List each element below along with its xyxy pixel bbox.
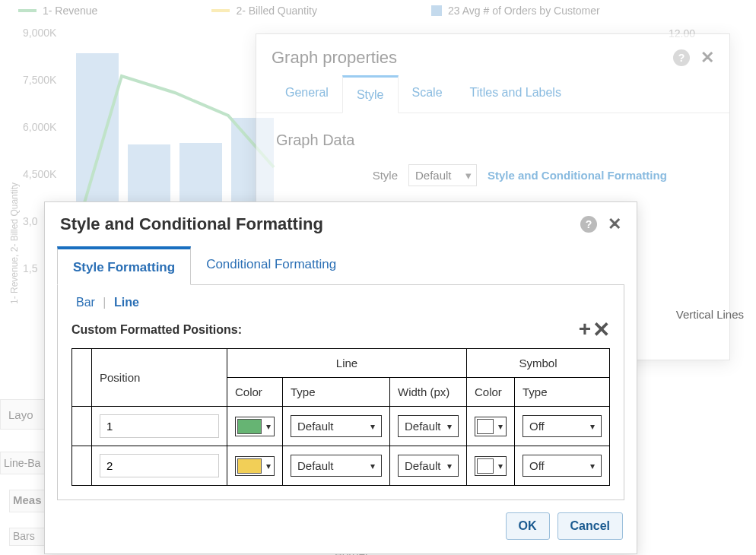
symbol-type-value: Off [529, 459, 545, 472]
line-type-value: Default [297, 420, 334, 433]
help-icon[interactable]: ? [580, 216, 597, 233]
line-width-value: Default [405, 459, 441, 472]
style-select-value: Default [415, 169, 452, 182]
col-symbol-color: Color [467, 378, 515, 407]
line-color-picker[interactable]: ▾ [235, 456, 275, 476]
legend-orders: 23 Avg # of Orders by Customer [448, 5, 600, 17]
y-tick: 7,500K [23, 74, 56, 86]
y-tick: 9,000K [23, 27, 56, 39]
y-axis-label: 1- Revenue, 2- Billed Quantity [9, 182, 20, 304]
col-line: Line [227, 349, 467, 378]
col-line-color: Color [227, 378, 283, 407]
legend-billed: 2- Billed Quantity [236, 5, 317, 17]
graph-data-heading: Graph Data [276, 132, 710, 149]
add-position-icon[interactable]: + [579, 317, 591, 342]
col-symbol: Symbol [467, 349, 610, 378]
col-symbol-type: Type [515, 378, 610, 407]
y-tick: 4,500K [23, 168, 56, 180]
line-width-select[interactable]: Default▾ [398, 455, 459, 477]
layout-tab-fragment: Layo [0, 399, 49, 430]
style-select[interactable]: Default [408, 164, 477, 186]
ok-button[interactable]: OK [506, 512, 550, 540]
position-input[interactable] [100, 454, 219, 477]
tab-conditional-formatting[interactable]: Conditional Formatting [191, 246, 351, 284]
table-row: ▾ Default▾ Default▾ ▾ Off▾ [72, 407, 610, 446]
vertical-lines-label: Vertical Lines [676, 308, 744, 321]
line-color-picker[interactable]: ▾ [235, 417, 275, 436]
style-cond-format-dialog: Style and Conditional Formatting ? ✕ Sty… [44, 201, 637, 554]
symbol-color-picker[interactable]: ▾ [475, 417, 507, 436]
line-width-value: Default [405, 420, 441, 433]
y-tick: 6,000K [23, 121, 56, 133]
chart-legend: 1- Revenue 2- Billed Quantity 23 Avg # o… [18, 5, 600, 17]
style-cond-format-link[interactable]: Style and Conditional Formatting [488, 169, 667, 182]
cancel-button[interactable]: Cancel [557, 512, 623, 540]
tab-style[interactable]: Style [342, 75, 399, 113]
measures-fragment: Meas [9, 490, 49, 512]
tab-titles[interactable]: Titles and Labels [456, 75, 575, 113]
col-position: Position [92, 349, 227, 407]
custom-formatted-positions-label: Custom Formatted Positions: [71, 323, 242, 337]
legend-revenue: 1- Revenue [43, 5, 97, 17]
remove-position-icon[interactable]: ✕ [592, 317, 610, 342]
legend-swatch-billed [211, 9, 230, 12]
close-icon[interactable]: ✕ [700, 48, 714, 68]
help-icon[interactable]: ? [673, 49, 690, 66]
line-type-select[interactable]: Default▾ [291, 415, 382, 437]
table-row: ▾ Default▾ Default▾ ▾ Off▾ [72, 446, 610, 486]
tab-scale[interactable]: Scale [399, 75, 456, 113]
corner-cell [72, 349, 92, 407]
line-type-value: Default [297, 459, 334, 472]
position-input[interactable] [100, 414, 219, 438]
close-icon[interactable]: ✕ [608, 214, 621, 234]
legend-swatch-revenue [18, 9, 37, 12]
symbol-color-picker[interactable]: ▾ [475, 456, 507, 476]
subtab-line[interactable]: Line [110, 296, 144, 309]
subtab-divider: | [103, 296, 106, 309]
scf-title: Style and Conditional Formatting [60, 214, 323, 234]
style-label: Style [276, 169, 398, 182]
positions-table: Position Line Symbol Color Type Width (p… [71, 348, 610, 486]
symbol-type-select[interactable]: Off▾ [523, 415, 602, 437]
tab-general[interactable]: General [272, 75, 342, 113]
tab-style-formatting[interactable]: Style Formatting [57, 246, 191, 285]
graph-properties-title: Graph properties [272, 48, 397, 68]
subtab-bar[interactable]: Bar [71, 296, 100, 309]
line-type-select[interactable]: Default▾ [291, 455, 382, 477]
col-line-width: Width (px) [390, 378, 467, 407]
symbol-type-select[interactable]: Off▾ [523, 455, 602, 477]
col-line-type: Type [283, 378, 390, 407]
legend-swatch-orders [431, 5, 442, 16]
bars-fragment: Bars [9, 528, 46, 546]
symbol-type-value: Off [529, 420, 545, 433]
line-width-select[interactable]: Default▾ [398, 415, 459, 437]
line-bar-fragment: Line-Ba [0, 452, 47, 474]
